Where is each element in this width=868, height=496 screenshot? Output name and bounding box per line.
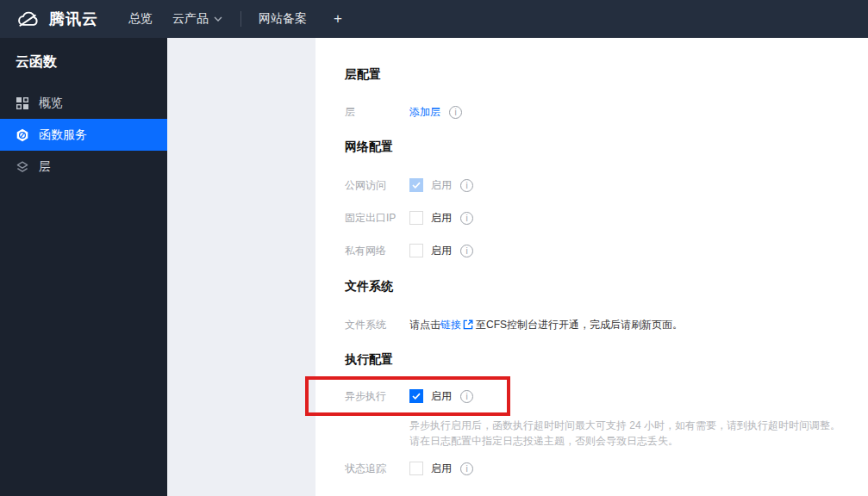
public-network-checkbox[interactable] [409,178,423,192]
nav-item-website-icp[interactable]: 网站备案 [259,11,307,27]
sidebar-item-function-service-label: 函数服务 [39,127,87,143]
cfs-console-link[interactable]: 链接 [440,318,461,332]
section-heading-execution-config: 执行配置 [345,353,393,366]
chevron-down-icon [214,16,222,22]
nav-item-overview[interactable]: 总览 [128,11,153,27]
section-heading-file-system: 文件系统 [345,280,393,293]
info-icon[interactable]: i [460,245,473,257]
sidebar-item-layers-label: 层 [39,159,51,175]
form-row-async-execution: 异步执行 启用 i [345,388,473,405]
hint-text-before: 请点击 [409,318,440,332]
field-label-async-execution: 异步执行 [345,389,409,404]
add-layer-link[interactable]: 添加层 [409,105,440,120]
section-heading-layer-config: 层配置 [345,68,381,81]
info-icon[interactable]: i [460,179,473,192]
brand-title[interactable]: 腾讯云 [49,9,98,29]
page: 腾讯云 总览 云产品 网站备案 + 云函数 [0,0,868,496]
field-label-file-system: 文件系统 [345,318,409,332]
section-heading-network-config: 网络配置 [345,140,393,153]
info-icon[interactable]: i [460,390,473,403]
enable-label: 启用 [431,462,452,476]
settings-panel: 层配置 层 添加层 i 网络配置 公网访问 启用 i 固定出口IP 启用 i 私… [315,38,868,496]
sidebar: 云函数 概览 [0,38,167,496]
field-label-fixed-egress-ip: 固定出口IP [345,211,409,226]
field-label-private-network: 私有网络 [345,244,409,258]
enable-label: 启用 [431,178,452,193]
form-row-file-system: 文件系统 请点击 链接 至CFS控制台进行开通，完成后请刷新页面。 [345,316,683,333]
sidebar-item-overview-label: 概览 [39,96,63,111]
form-row-public-network: 公网访问 启用 i [345,177,473,194]
enable-label: 启用 [431,211,452,226]
helper-line-1: 异步执行启用后，函数执行超时时间最大可支持 24 小时，如有需要，请到执行超时时… [409,418,840,433]
sidebar-menu: 概览 函数服务 层 [0,87,167,183]
external-link-icon[interactable] [463,319,473,330]
form-row-private-network: 私有网络 启用 i [345,242,473,259]
function-service-hexagon-icon [16,128,29,142]
nav-item-cloud-products[interactable]: 云产品 [172,11,222,27]
async-execution-helper-text: 异步执行启用后，函数执行超时时间最大可支持 24 小时，如有需要，请到执行超时时… [409,418,840,449]
hint-text-after: 至CFS控制台进行开通，完成后请刷新页面。 [476,318,683,332]
field-label-status-tracking: 状态追踪 [345,462,409,476]
nav-item-cloud-products-label: 云产品 [172,11,209,27]
private-network-checkbox[interactable] [409,244,423,257]
form-row-fixed-egress-ip: 固定出口IP 启用 i [345,209,473,226]
helper-line-2: 请在日志配置中指定日志投递主题，否则会导致日志丢失。 [409,433,840,449]
form-row-status-tracking: 状态追踪 启用 i [345,460,473,477]
nav-add-tab-button[interactable]: + [334,10,342,28]
top-navbar: 腾讯云 总览 云产品 网站备案 + [0,0,868,38]
sidebar-item-layers[interactable]: 层 [0,151,167,183]
field-label-layer: 层 [345,105,409,120]
sidebar-item-function-service[interactable]: 函数服务 [0,119,167,151]
info-icon[interactable]: i [460,462,473,475]
enable-label: 启用 [431,389,452,404]
field-label-public-network: 公网访问 [345,178,409,193]
status-tracking-checkbox[interactable] [409,462,423,475]
nav-divider [240,11,241,27]
sidebar-item-overview[interactable]: 概览 [0,87,167,119]
enable-label: 启用 [431,244,452,258]
info-icon[interactable]: i [460,212,473,225]
form-row-layer: 层 添加层 i [345,103,462,121]
fixed-egress-ip-checkbox[interactable] [409,211,423,225]
tencent-cloud-logo-icon[interactable] [16,9,41,28]
file-system-hint: 请点击 链接 至CFS控制台进行开通，完成后请刷新页面。 [409,318,683,332]
async-execution-checkbox[interactable] [409,389,423,403]
info-icon[interactable]: i [449,106,462,119]
layers-icon [16,160,29,174]
sidebar-title: 云函数 [0,38,167,71]
overview-grid-icon [16,96,29,110]
